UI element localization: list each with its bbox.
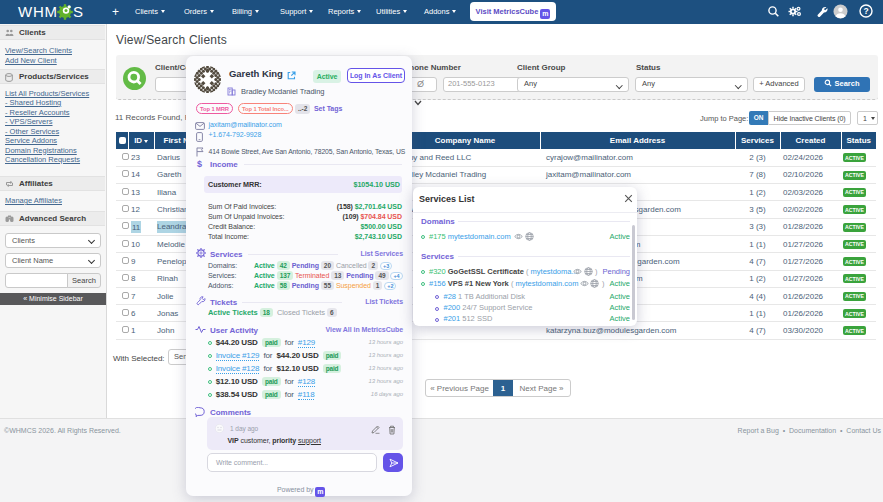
svg-text:?: ? [863, 6, 868, 16]
